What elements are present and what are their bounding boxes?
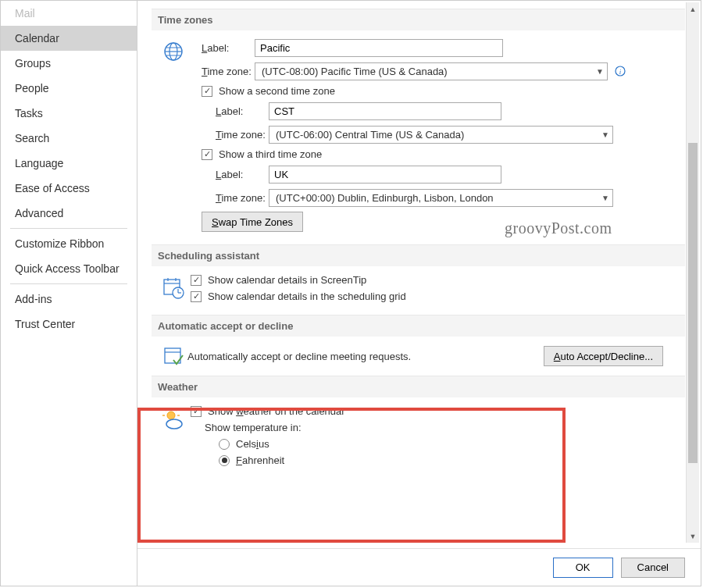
auto-accept-decline-button[interactable]: Auto Accept/Decline... (544, 346, 663, 366)
sidebar-item-search[interactable]: Search (1, 126, 137, 151)
fahrenheit-label: Fahrenheit (236, 454, 284, 466)
svg-line-21 (165, 409, 166, 411)
scroll-up-icon[interactable]: ▲ (687, 2, 699, 16)
info-icon[interactable]: i (614, 65, 626, 77)
svg-point-22 (166, 419, 182, 429)
calendar-check-icon (159, 344, 187, 368)
sidebar-item-trust-center[interactable]: Trust Center (1, 312, 137, 337)
scheduling-grid-details-label: Show calendar details in the scheduling … (208, 290, 406, 302)
ok-button[interactable]: OK (553, 558, 613, 578)
timezone-3-dropdown[interactable]: (UTC+00:00) Dublin, Edinburgh, Lisbon, L… (269, 189, 613, 207)
section-time-zones: Label: Time zone: (UTC-08:00) Pacific Ti… (152, 38, 685, 237)
globe-icon (159, 40, 187, 63)
sidebar-item-calendar[interactable]: Calendar (1, 26, 137, 51)
sidebar-item-language[interactable]: Language (1, 151, 137, 176)
category-sidebar: Mail Calendar Groups People Tasks Search… (1, 1, 137, 586)
scrollbar-thumb[interactable] (688, 143, 698, 463)
sidebar-item-advanced[interactable]: Advanced (1, 201, 137, 226)
celsius-label: Celsius (236, 438, 269, 450)
content-panel: Time zones Label: (137, 1, 701, 586)
timezone-label-3-input[interactable] (269, 166, 501, 184)
calendar-clock-icon (159, 276, 187, 301)
label-label-1: Label: (187, 42, 255, 54)
show-weather-label: Show weather on the calendar (208, 405, 345, 417)
sidebar-item-groups[interactable]: Groups (1, 51, 137, 76)
scroll-down-icon[interactable]: ▼ (687, 529, 699, 543)
section-title-auto-accept: Automatic accept or decline (152, 315, 685, 337)
dialog-body: Mail Calendar Groups People Tasks Search… (1, 1, 701, 586)
section-weather: Show weather on the calendar Show temper… (152, 405, 685, 471)
fahrenheit-radio[interactable] (219, 455, 230, 466)
sidebar-item-add-ins[interactable]: Add-ins (1, 287, 137, 312)
screentip-details-checkbox[interactable] (191, 275, 202, 286)
section-scheduling: Show calendar details in ScreenTip Show … (152, 274, 685, 307)
celsius-radio[interactable] (219, 439, 230, 450)
label-label-2: Label: (187, 105, 269, 117)
timezone-1-value: (UTC-08:00) Pacific Time (US & Canada) (262, 66, 448, 77)
timezone-label-2: Time zone: (187, 129, 269, 141)
show-weather-checkbox[interactable] (191, 406, 202, 417)
sidebar-item-quick-access-toolbar[interactable]: Quick Access Toolbar (1, 256, 137, 281)
svg-text:i: i (619, 68, 622, 76)
sidebar-item-ease-of-access[interactable]: Ease of Access (1, 176, 137, 201)
show-second-timezone-label: Show a second time zone (219, 85, 335, 97)
timezone-label-2-input[interactable] (269, 102, 501, 120)
cancel-button[interactable]: Cancel (621, 558, 685, 578)
timezone-2-value: (UTC-06:00) Central Time (US & Canada) (276, 129, 464, 141)
sidebar-separator (10, 228, 127, 229)
sidebar-item-customize-ribbon[interactable]: Customize Ribbon (1, 231, 137, 256)
sidebar-separator (10, 283, 127, 284)
sidebar-item-people[interactable]: People (1, 76, 137, 101)
timezone-label-1: Time zone: (187, 66, 255, 77)
section-title-time-zones: Time zones (152, 9, 685, 30)
dialog-button-bar: OK Cancel (137, 548, 701, 586)
show-third-timezone-label: Show a third time zone (219, 148, 322, 160)
timezone-1-dropdown[interactable]: (UTC-08:00) Pacific Time (US & Canada) ▼ (255, 62, 608, 80)
chevron-down-icon: ▼ (601, 194, 609, 202)
timezone-label-3: Time zone: (187, 192, 269, 204)
timezone-3-value: (UTC+00:00) Dublin, Edinburgh, Lisbon, L… (276, 192, 494, 204)
timezone-label-1-input[interactable] (255, 39, 503, 57)
svg-point-16 (167, 412, 175, 419)
swap-time-zones-button[interactable]: Swap Time Zones (202, 212, 303, 232)
timezone-2-dropdown[interactable]: (UTC-06:00) Central Time (US & Canada) ▼ (269, 126, 613, 144)
chevron-down-icon: ▼ (601, 130, 609, 139)
auto-accept-text: Automatically accept or decline meeting … (187, 351, 411, 362)
section-auto-accept: Automatically accept or decline meeting … (152, 344, 685, 368)
chevron-down-icon: ▼ (596, 67, 604, 76)
scheduling-grid-details-checkbox[interactable] (191, 291, 202, 302)
label-label-3: Label: (187, 169, 269, 180)
show-second-timezone-checkbox[interactable] (202, 86, 212, 97)
show-third-timezone-checkbox[interactable] (202, 149, 212, 160)
weather-icon (159, 407, 187, 433)
screentip-details-label: Show calendar details in ScreenTip (208, 274, 366, 286)
temp-units-label: Show temperature in: (205, 422, 685, 433)
sidebar-item-tasks[interactable]: Tasks (1, 101, 137, 126)
section-title-scheduling: Scheduling assistant (152, 244, 685, 266)
content-scroll: Time zones Label: (137, 1, 701, 548)
section-title-weather: Weather (152, 376, 685, 397)
options-dialog: Mail Calendar Groups People Tasks Search… (0, 0, 701, 586)
svg-line-20 (176, 409, 177, 411)
sidebar-item-mail[interactable]: Mail (1, 1, 137, 26)
vertical-scrollbar[interactable]: ▲ ▼ (686, 2, 699, 543)
